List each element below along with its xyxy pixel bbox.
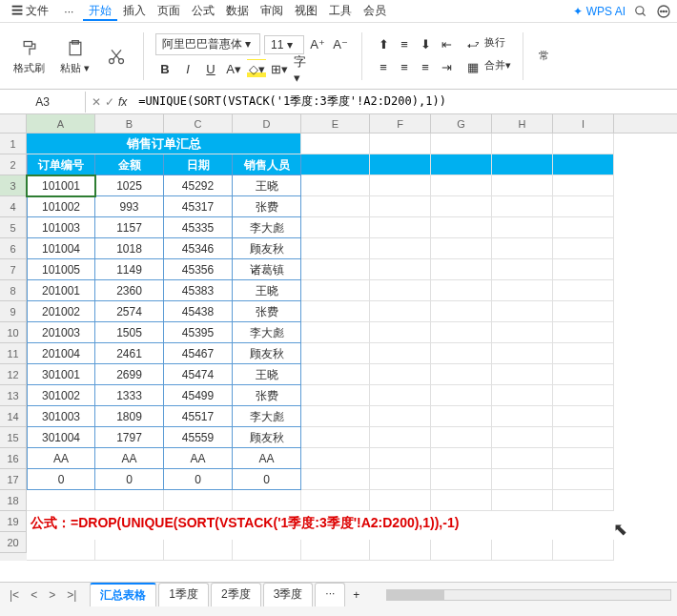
table-cell-r4c3[interactable]: 诸葛镇 (233, 259, 301, 280)
sheet-tab-2季度[interactable]: 2季度 (211, 583, 261, 606)
cell-1E[interactable] (301, 133, 370, 154)
cell-13G[interactable] (431, 385, 492, 406)
accept-formula-icon[interactable]: ✓ (105, 95, 114, 109)
cell-20C[interactable] (164, 540, 233, 561)
cell-16G[interactable] (431, 448, 492, 469)
cell-6G[interactable] (431, 238, 492, 259)
cell-17E[interactable] (301, 469, 370, 490)
row-header-14[interactable]: 14 (0, 406, 27, 427)
cell-20I[interactable] (553, 540, 614, 561)
cell-10H[interactable] (492, 322, 553, 343)
table-cell-r13c3[interactable]: AA (233, 448, 301, 469)
cell-6F[interactable] (370, 238, 431, 259)
cell-7E[interactable] (301, 259, 370, 280)
col-header-I[interactable]: I (553, 114, 614, 133)
col-header-F[interactable]: F (370, 114, 431, 133)
table-cell-r2c0[interactable]: 101003 (27, 217, 95, 238)
table-cell-r4c0[interactable]: 101005 (27, 259, 95, 280)
cancel-formula-icon[interactable]: ✕ (92, 95, 101, 109)
table-cell-r5c3[interactable]: 王晓 (233, 280, 301, 301)
cell-13I[interactable] (553, 385, 614, 406)
table-cell-r13c2[interactable]: AA (164, 448, 233, 469)
cell-1I[interactable] (553, 133, 614, 154)
indent-increase-icon[interactable]: ⇥ (437, 58, 456, 77)
table-cell-r5c0[interactable]: 201001 (27, 280, 95, 301)
cell-9F[interactable] (370, 301, 431, 322)
table-cell-r13c0[interactable]: AA (27, 448, 95, 469)
cell-15H[interactable] (492, 427, 553, 448)
table-cell-r2c1[interactable]: 1157 (95, 217, 164, 238)
table-cell-r8c2[interactable]: 45467 (164, 343, 233, 364)
cell-10E[interactable] (301, 322, 370, 343)
cell-10I[interactable] (553, 322, 614, 343)
menu-more[interactable]: ··· (58, 3, 79, 20)
table-cell-r10c3[interactable]: 张费 (233, 385, 301, 406)
col-header-D[interactable]: D (233, 114, 301, 133)
cell-18B[interactable] (95, 490, 164, 511)
table-cell-r8c1[interactable]: 2461 (95, 343, 164, 364)
phonetic-button[interactable]: 字▾ (293, 59, 312, 78)
table-cell-r10c1[interactable]: 1333 (95, 385, 164, 406)
wps-ai-badge[interactable]: ✦ WPS AI (573, 5, 626, 18)
col-header-E[interactable]: E (301, 114, 370, 133)
align-right-icon[interactable]: ≡ (416, 58, 435, 77)
cell-17I[interactable] (553, 469, 614, 490)
row-header-10[interactable]: 10 (0, 322, 27, 343)
format-painter-group[interactable]: 格式刷 (10, 37, 49, 75)
tab-prev-icon[interactable]: < (27, 586, 41, 604)
row-header-4[interactable]: 4 (0, 196, 27, 217)
underline-button[interactable]: U (201, 59, 220, 78)
cell-2E[interactable] (301, 154, 370, 175)
cell-13H[interactable] (492, 385, 553, 406)
cell-12H[interactable] (492, 364, 553, 385)
cell-8G[interactable] (431, 280, 492, 301)
align-top-icon[interactable]: ⬆ (374, 35, 393, 54)
font-size-select[interactable]: 11 ▾ (264, 35, 304, 54)
table-cell-r0c1[interactable]: 1025 (95, 175, 164, 196)
cell-18H[interactable] (492, 490, 553, 511)
menu-会员[interactable]: 会员 (358, 2, 392, 19)
row-header-3[interactable]: 3 (0, 175, 27, 196)
increase-font-icon[interactable]: A⁺ (308, 35, 327, 54)
cell-12E[interactable] (301, 364, 370, 385)
cell-6E[interactable] (301, 238, 370, 259)
cell-14I[interactable] (553, 406, 614, 427)
tab-last-icon[interactable]: >| (63, 586, 80, 604)
cell-18C[interactable] (164, 490, 233, 511)
table-cell-r9c3[interactable]: 王晓 (233, 364, 301, 385)
cell-20A[interactable] (27, 540, 95, 561)
cell-20H[interactable] (492, 540, 553, 561)
cell-17F[interactable] (370, 469, 431, 490)
cell-11H[interactable] (492, 343, 553, 364)
table-cell-r9c2[interactable]: 45474 (164, 364, 233, 385)
table-cell-r3c3[interactable]: 顾友秋 (233, 238, 301, 259)
menu-开始[interactable]: 开始 (83, 2, 117, 21)
cell-7I[interactable] (553, 259, 614, 280)
col-header-B[interactable]: B (95, 114, 164, 133)
table-cell-r12c2[interactable]: 45559 (164, 427, 233, 448)
menu-数据[interactable]: 数据 (220, 2, 255, 19)
table-cell-r14c1[interactable]: 0 (95, 469, 164, 490)
cell-18E[interactable] (301, 490, 370, 511)
cell-20G[interactable] (431, 540, 492, 561)
cell-11I[interactable] (553, 343, 614, 364)
row-header-20[interactable]: 20 (0, 532, 27, 553)
table-cell-r12c3[interactable]: 顾友秋 (233, 427, 301, 448)
table-cell-r3c1[interactable]: 1018 (95, 238, 164, 259)
table-cell-r0c3[interactable]: 王晓 (233, 175, 301, 196)
cell-1F[interactable] (370, 133, 431, 154)
font-name-select[interactable]: 阿里巴巴普惠体 ▾ (155, 33, 260, 55)
cell-9E[interactable] (301, 301, 370, 322)
row-header-11[interactable]: 11 (0, 343, 27, 364)
cell-9H[interactable] (492, 301, 553, 322)
cell-4H[interactable] (492, 196, 553, 217)
cell-4F[interactable] (370, 196, 431, 217)
table-cell-r11c3[interactable]: 李大彪 (233, 406, 301, 427)
cell-20D[interactable] (233, 540, 301, 561)
table-cell-r12c0[interactable]: 301004 (27, 427, 95, 448)
cell-14E[interactable] (301, 406, 370, 427)
menu-视图[interactable]: 视图 (289, 2, 323, 19)
cell-14H[interactable] (492, 406, 553, 427)
font-color-button[interactable]: A▾ (224, 59, 243, 78)
cell-7G[interactable] (431, 259, 492, 280)
